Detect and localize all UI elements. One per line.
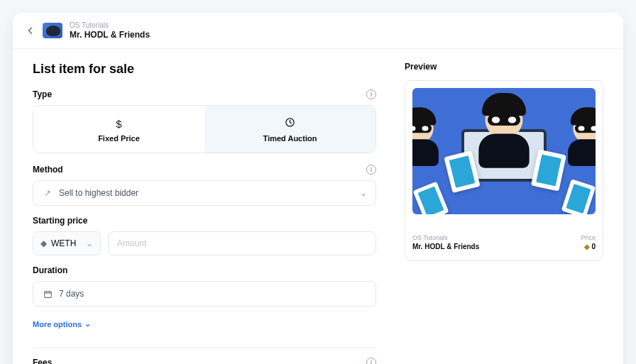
preview-meta: OS Tutorials Mr. HODL & Friends Price ◆0: [412, 234, 596, 250]
listing-page: OS Tutorials Mr. HODL & Friends List ite…: [13, 13, 623, 364]
method-label-row: Method i: [33, 165, 376, 175]
info-icon[interactable]: i: [366, 89, 376, 99]
ethereum-icon: ◆: [40, 238, 47, 248]
info-icon[interactable]: i: [366, 358, 376, 364]
info-icon[interactable]: i: [366, 165, 376, 175]
preview-collection: OS Tutorials: [412, 234, 479, 241]
type-option-label: Fixed Price: [98, 134, 140, 143]
more-options-label: More options: [33, 320, 82, 329]
preview-image: [412, 88, 596, 214]
currency-value: WETH: [51, 238, 76, 248]
method-label: Method: [33, 165, 63, 175]
svg-rect-1: [44, 292, 51, 298]
starting-price-label: Starting price: [33, 216, 87, 226]
chevron-down-icon: ⌄: [86, 238, 93, 248]
page-header: OS Tutorials Mr. HODL & Friends: [13, 13, 623, 49]
method-select[interactable]: ↗ Sell to highest bidder ⌄: [33, 180, 376, 206]
duration-label: Duration: [33, 265, 67, 275]
duration-value: 7 days: [59, 289, 367, 299]
duration-select[interactable]: 7 days: [33, 281, 376, 307]
preview-price-label: Price: [581, 234, 596, 241]
more-options-toggle[interactable]: More options ⌄: [33, 319, 91, 329]
price-label-row: Starting price: [33, 216, 376, 226]
divider: [33, 347, 376, 348]
chevron-left-icon: [27, 27, 34, 34]
preview-panel: Preview OS Tutorials Mr. HODL & Friends: [405, 62, 603, 364]
preview-item-name: Mr. HODL & Friends: [412, 243, 479, 250]
back-button[interactable]: [26, 26, 35, 35]
fees-label-row: Fees i: [33, 358, 376, 364]
type-label-row: Type i: [33, 89, 376, 99]
arrow-up-right-icon: ↗: [42, 188, 53, 198]
clock-icon: [285, 117, 295, 130]
chevron-down-icon: ⌄: [360, 188, 367, 198]
dollar-icon: $: [116, 118, 121, 130]
currency-select[interactable]: ◆ WETH ⌄: [33, 231, 101, 255]
type-option-label: Timed Auction: [263, 134, 317, 143]
preview-price-col: Price ◆0: [581, 234, 596, 250]
item-name: Mr. HODL & Friends: [70, 30, 150, 40]
ethereum-icon: ◆: [584, 243, 590, 250]
type-option-fixed-price[interactable]: $ Fixed Price: [33, 106, 204, 153]
duration-label-row: Duration: [33, 265, 376, 275]
calendar-icon: [42, 289, 53, 299]
chevron-down-icon: ⌄: [84, 319, 91, 329]
preview-card: OS Tutorials Mr. HODL & Friends Price ◆0: [405, 80, 603, 261]
type-option-timed-auction[interactable]: Timed Auction: [204, 106, 375, 153]
method-value: Sell to highest bidder: [59, 188, 354, 198]
type-selector: $ Fixed Price Timed Auction: [33, 105, 376, 153]
collection-name: OS Tutorials: [70, 21, 150, 30]
fees-label: Fees: [33, 358, 52, 364]
amount-input[interactable]: [108, 231, 376, 255]
type-label: Type: [33, 89, 52, 99]
preview-price: ◆0: [581, 243, 596, 250]
header-text: OS Tutorials Mr. HODL & Friends: [70, 21, 150, 40]
price-row: ◆ WETH ⌄: [33, 231, 376, 255]
listing-form: List item for sale Type i $ Fixed Price …: [33, 62, 376, 364]
page-title: List item for sale: [33, 62, 376, 77]
preview-label: Preview: [405, 62, 603, 72]
item-thumbnail: [43, 23, 62, 38]
preview-name-col: OS Tutorials Mr. HODL & Friends: [412, 234, 479, 250]
